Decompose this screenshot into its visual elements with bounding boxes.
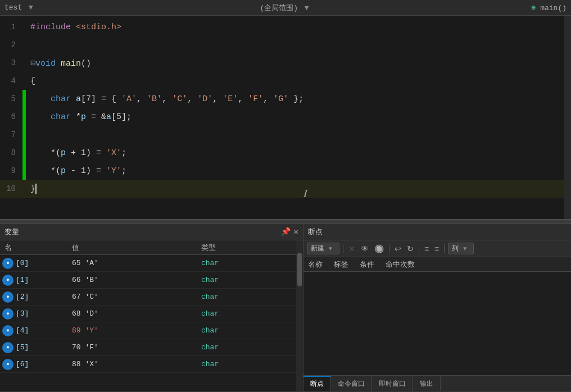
editor-scrollbar[interactable]	[564, 16, 571, 219]
var-value-cell: 67 'C'	[67, 293, 197, 301]
line-indicator-1	[22, 18, 26, 36]
bottom-section: 变量 📌 ✕ 名 值 类型 ● [0] 65 'A' char ● [1]	[0, 224, 571, 392]
var-icon: ●	[2, 325, 13, 336]
var-row[interactable]: ● [3] 68 'D' char	[0, 306, 303, 322]
var-name-cell: ● [2]	[0, 291, 67, 303]
delete-bp-button[interactable]: ✕	[347, 244, 357, 253]
var-name: [1]	[16, 276, 29, 284]
line-content-3: ⊟void main()	[28, 58, 91, 69]
file-selector[interactable]: test ▼	[4, 3, 192, 12]
column-select-button[interactable]: 列 ▼	[448, 243, 474, 254]
enable-bp-button[interactable]: 👁	[359, 244, 370, 253]
file-arrow[interactable]: ▼	[29, 3, 33, 12]
line-number-9: 9	[0, 166, 22, 175]
code-editor[interactable]: 1#include <stdio.h>23⊟void main()4{5 cha…	[0, 16, 571, 219]
var-value-cell: 68 'D'	[67, 309, 197, 318]
bp-bottom-tab-2[interactable]: 即时窗口	[372, 376, 413, 391]
var-value-cell: 89 'Y'	[67, 326, 197, 335]
var-rows: ● [0] 65 'A' char ● [1] 66 'B' char ● [2…	[0, 255, 303, 373]
variables-table: 名 值 类型 ● [0] 65 'A' char ● [1] 66 'B' ch…	[0, 240, 303, 391]
line-indicator-9	[22, 162, 26, 180]
var-type-cell: char	[197, 343, 253, 352]
code-line-5[interactable]: 5 char a[7] = { 'A', 'B', 'C', 'D', 'E',…	[0, 90, 571, 108]
var-row[interactable]: ● [2] 67 'C' char	[0, 289, 303, 306]
line-number-5: 5	[0, 94, 22, 103]
list-label: 列	[452, 244, 459, 253]
line-content-10: }	[28, 184, 37, 194]
var-type-cell: char	[197, 259, 253, 267]
text-cursor	[35, 184, 37, 194]
var-row[interactable]: ● [0] 65 'A' char	[0, 255, 303, 272]
code-line-1[interactable]: 1#include <stdio.h>	[0, 18, 571, 36]
bp-panel-header: 断点	[303, 224, 571, 240]
bp-col-name: 名称	[308, 259, 323, 270]
line-number-8: 8	[0, 148, 22, 157]
line-content-9: *(p - 1) = 'Y';	[28, 166, 126, 176]
variables-panel: 变量 📌 ✕ 名 值 类型 ● [0] 65 'A' char ● [1]	[0, 224, 303, 391]
line-number-4: 4	[0, 76, 22, 85]
pin-icon[interactable]: 📌	[281, 227, 291, 236]
var-scrollbar-thumb[interactable]	[297, 253, 302, 286]
panel-header-icons: 📌 ✕	[281, 227, 298, 236]
panel-separator	[0, 219, 571, 224]
code-line-3[interactable]: 3⊟void main()	[0, 54, 571, 72]
code-line-6[interactable]: 6 char *p = &a[5];	[0, 108, 571, 126]
bp-toolbar: 新建 ▼ ✕ 👁 🔘 ↩ ↻ ≡ ≡ 列 ▼	[303, 240, 571, 257]
toolbar-sep1	[343, 244, 343, 253]
code-line-9[interactable]: 9 *(p - 1) = 'Y';	[0, 162, 571, 180]
var-icon: ●	[2, 342, 13, 353]
line-indicator-7	[22, 126, 26, 144]
var-name: [5]	[16, 343, 29, 352]
list-right-button[interactable]: ≡	[433, 244, 441, 253]
bp-bottom-tab-0[interactable]: 断点	[303, 376, 331, 391]
line-indicator-3	[22, 54, 26, 72]
line-number-10: 10	[0, 184, 22, 193]
variables-panel-header: 变量 📌 ✕	[0, 224, 303, 240]
line-indicator-8	[22, 144, 26, 162]
code-line-10[interactable]: 10}	[0, 180, 571, 198]
var-icon: ●	[2, 258, 13, 269]
bp-column-headers: 名称 标签 条件 命中次数	[303, 257, 571, 272]
scope-arrow[interactable]: ▼	[305, 4, 309, 12]
line-indicator-6	[22, 108, 26, 126]
bp-bottom-tab-1[interactable]: 命令窗口	[331, 376, 372, 391]
var-name-cell: ● [3]	[0, 308, 67, 320]
var-row[interactable]: ● [1] 66 'B' char	[0, 272, 303, 289]
bp-bottom-tab-3[interactable]: 输出	[413, 376, 441, 391]
var-row[interactable]: ● [4] 89 'Y' char	[0, 322, 303, 339]
bottom-panels: 变量 📌 ✕ 名 值 类型 ● [0] 65 'A' char ● [1]	[0, 224, 571, 391]
var-type-cell: char	[197, 360, 253, 368]
new-breakpoint-button[interactable]: 新建 ▼	[307, 243, 339, 254]
var-name: [3]	[16, 309, 29, 318]
function-selector[interactable]: ⊕ main()	[379, 3, 567, 12]
list-dropdown-arrow[interactable]: ▼	[462, 245, 468, 252]
bp-col-tag: 标签	[334, 259, 348, 270]
file-name: test	[4, 3, 22, 12]
disable-bp-button[interactable]: 🔘	[373, 244, 386, 253]
code-line-7[interactable]: 7	[0, 126, 571, 144]
var-row[interactable]: ● [6] 88 'X' char	[0, 356, 303, 373]
new-label: 新建	[311, 244, 324, 253]
var-name: [2]	[16, 293, 29, 301]
close-icon[interactable]: ✕	[294, 227, 298, 236]
undo-bp-button[interactable]: ↩	[393, 244, 403, 253]
new-dropdown-arrow[interactable]: ▼	[328, 245, 333, 252]
scope-selector[interactable]: (全局范围) ▼	[192, 3, 379, 13]
list-left-button[interactable]: ≡	[423, 244, 430, 253]
col-value-header: 值	[67, 243, 197, 253]
col-type-header: 类型	[197, 243, 253, 253]
toolbar-sep2	[389, 244, 389, 253]
var-scrollbar[interactable]	[296, 240, 303, 391]
code-line-8[interactable]: 8 *(p + 1) = 'X';	[0, 144, 571, 162]
variables-title: 变量	[4, 227, 19, 237]
line-content-1: #include <stdio.h>	[28, 22, 121, 32]
line-content-8: *(p + 1) = 'X';	[28, 148, 126, 158]
line-indicator-4	[22, 72, 26, 90]
toolbar-sep4	[444, 244, 445, 253]
bp-col-cond: 条件	[360, 259, 374, 270]
code-line-2[interactable]: 2	[0, 36, 571, 54]
var-row[interactable]: ● [5] 70 'F' char	[0, 339, 303, 356]
top-bar: test ▼ (全局范围) ▼ ⊕ main()	[0, 0, 571, 16]
refresh-bp-button[interactable]: ↻	[405, 244, 415, 253]
code-line-4[interactable]: 4{	[0, 72, 571, 90]
